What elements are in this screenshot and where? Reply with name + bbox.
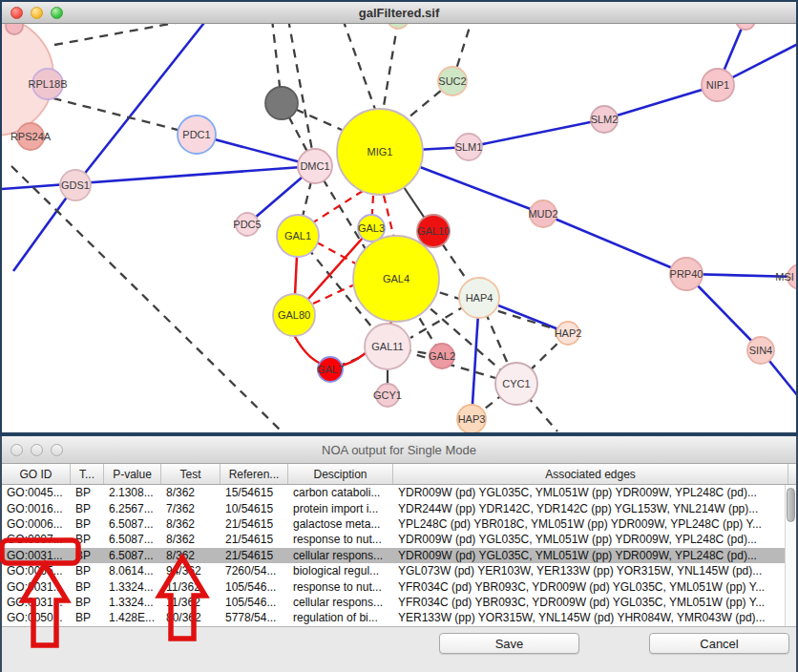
table-cell: 6.5087...	[104, 517, 161, 531]
save-button[interactable]: Save	[439, 633, 579, 654]
table-cell: 15/54615	[220, 486, 288, 499]
column-header-referen[interactable]: Referen...	[220, 464, 288, 484]
node-label: GAL7	[317, 364, 344, 375]
network-titlebar: galFiltered.sif	[2, 2, 796, 24]
node-label: RPS24A	[10, 131, 52, 142]
node-label: HAP4	[466, 292, 494, 304]
table-cell: 10/54615	[220, 502, 288, 515]
table-cell: GO:0031...	[2, 580, 71, 594]
edge[interactable]	[604, 85, 718, 119]
table-cell: 1.3324...	[104, 596, 161, 609]
edge[interactable]	[2, 166, 315, 189]
table-cell: BP	[71, 611, 104, 624]
table-row[interactable]: GO:0007...BP6.5087...8/36221/54615respon…	[2, 532, 796, 547]
table-cell: GO:0007...	[2, 533, 71, 546]
table-row[interactable]: GO:0031...BP1.3324...11/362105/546...cel…	[2, 595, 796, 610]
edge[interactable]	[469, 119, 604, 147]
table-cell: BP	[71, 517, 104, 531]
zoom-button[interactable]	[51, 444, 63, 456]
node-label: SLM1	[455, 141, 483, 153]
column-header-goid[interactable]: GO ID	[2, 464, 71, 484]
table-cell: BP	[71, 502, 104, 515]
node-label: RPL18B	[29, 78, 68, 90]
close-button[interactable]	[10, 7, 23, 19]
zoom-button[interactable]	[51, 7, 63, 19]
window-title: galFiltered.sif	[2, 6, 796, 20]
table-cell: YFR034C (pd) YBR093C, YDR009W (pd) YGL03…	[393, 596, 788, 609]
edge[interactable]	[317, 242, 359, 265]
table-cell: 6.2567...	[104, 502, 161, 515]
table-cell: GO:0006...	[2, 517, 71, 531]
node-label: SLM2	[591, 114, 619, 125]
table-cell: 2.1308...	[104, 486, 161, 499]
edge[interactable]	[543, 214, 686, 274]
table-cell: BP	[71, 533, 104, 546]
noa-window: NOA output for Single Mode GO IDT...P-va…	[0, 436, 798, 672]
table-cell: 8.0614...	[104, 564, 161, 578]
table-cell: protein import i...	[288, 502, 393, 515]
column-header-pvalue[interactable]: P-value	[104, 464, 161, 484]
edge[interactable]	[11, 166, 282, 431]
column-header-desciption[interactable]: Desciption	[288, 464, 393, 484]
table-cell: 7/362	[161, 502, 220, 515]
node-label: MUD2	[528, 208, 557, 220]
table-row[interactable]: GO:0006...BP6.5087...8/36221/54615galact…	[2, 516, 796, 532]
table-row[interactable]: GO:0065...BP8.0614...94/3627260/54...bio…	[2, 563, 796, 578]
table-cell: YER133W (pp) YOR315W, YNL145W (pd) YHR08…	[393, 611, 788, 624]
table-cell: BP	[71, 580, 104, 594]
table-cell: cellular respons...	[288, 596, 393, 609]
node-label: GDS1	[61, 179, 90, 191]
table-cell: regulation of bi...	[288, 611, 393, 624]
node-label: SUC2	[438, 75, 466, 87]
table-cell: 94/362	[161, 564, 220, 578]
table-cell: 11/362	[161, 596, 220, 609]
table-cell: 6.5087...	[104, 549, 161, 562]
table-cell: YFR034C (pd) YBR093C, YDR009W (pd) YGL03…	[393, 580, 788, 594]
table-cell: BP	[71, 596, 104, 609]
table-cell: 1.3324...	[104, 580, 161, 594]
table-cell: 11/362	[161, 580, 220, 594]
table-cell: GO:0031...	[2, 596, 71, 609]
node-label: GAL1	[284, 230, 311, 242]
node-label: GCY1	[373, 389, 402, 401]
network-canvas[interactable]: RPL18BRPS24AGDS1PDC1PDC5DMC1MIG1SUC2SLM1…	[2, 2, 796, 432]
close-button[interactable]	[10, 444, 23, 456]
table-cell: response to nut...	[288, 580, 393, 594]
table-cell: 8/362	[161, 517, 220, 531]
column-header-test[interactable]: Test	[161, 464, 220, 484]
edge[interactable]	[75, 19, 207, 185]
column-header-associatededges[interactable]: Associated edges	[393, 464, 788, 484]
table-cell: 6.5087...	[104, 533, 161, 546]
table-cell: carbon cataboli...	[288, 486, 393, 499]
table-cell: 1.428E...	[104, 611, 161, 624]
node-label: NIP1	[706, 79, 729, 91]
edge[interactable]	[383, 21, 398, 112]
node-label: GAL11	[371, 341, 403, 352]
table-row[interactable]: GO:0016...BP6.2567...7/36210/54615protei…	[2, 500, 796, 515]
scrollbar-thumb[interactable]	[787, 488, 795, 522]
node-label: MIG1	[368, 146, 393, 158]
table-row[interactable]: GO:0031...BP6.5087...8/36221/54615cellul…	[2, 548, 796, 563]
cancel-button[interactable]: Cancel	[649, 633, 789, 654]
table-cell: response to nut...	[288, 533, 393, 546]
minimize-button[interactable]	[31, 7, 43, 19]
table-row[interactable]: GO:0031...BP1.3324...11/362105/546...res…	[2, 578, 796, 594]
table-cell: YPL248C (pd) YBR018C, YML051W (pp) YDR00…	[393, 517, 788, 531]
table-row[interactable]: GO:0045...BP2.1308...8/36215/54615carbon…	[2, 485, 796, 500]
node-label: DMC1	[300, 160, 329, 172]
table-cell: GO:0045...	[2, 486, 71, 499]
table-row[interactable]: GO:0050...BP1.428E...80/3625778/54...reg…	[2, 610, 796, 625]
table-cell: 21/54615	[220, 549, 288, 562]
column-header-t[interactable]: T...	[71, 464, 104, 484]
table-cell: YDR009W (pd) YGL035C, YML051W (pp) YDR00…	[393, 486, 788, 499]
button-bar: Save Cancel	[2, 626, 796, 672]
vertical-scrollbar[interactable]	[785, 485, 796, 626]
edge[interactable]	[343, 19, 377, 115]
table-cell: YDR009W (pd) YGL035C, YML051W (pp) YDR00…	[393, 533, 788, 546]
table-cell: 8/362	[161, 549, 220, 562]
edge[interactable]	[38, 94, 197, 135]
table-cell: GO:0031...	[2, 549, 71, 562]
minimize-button[interactable]	[31, 444, 43, 456]
node-unlabeled[interactable]	[265, 87, 298, 119]
node-label: MSI	[775, 271, 794, 283]
